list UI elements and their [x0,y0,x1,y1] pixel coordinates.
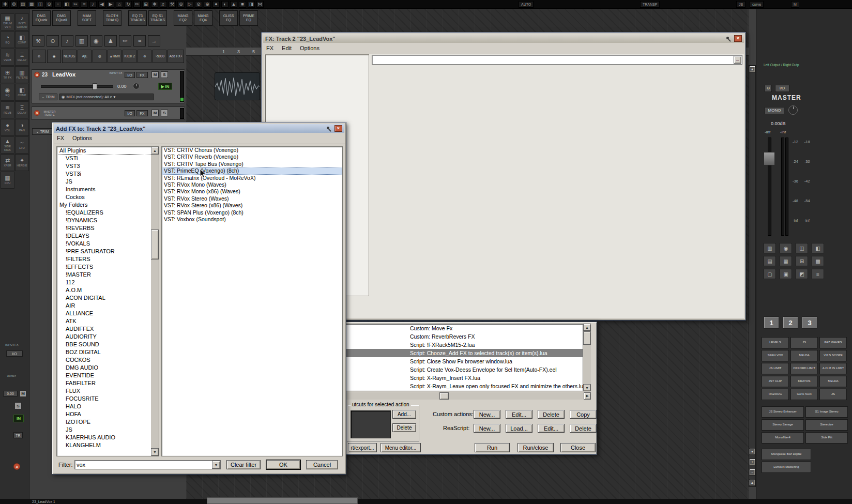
tree-item[interactable]: BBE SOUND [57,341,159,348]
menu-item[interactable]: Edit [282,45,292,51]
toolbar-icon[interactable]: ▤ [19,1,26,8]
actions-vscrollbar[interactable]: ▲ ▼ [583,324,591,391]
js-button[interactable]: JS [736,1,746,8]
fx-shortcut-button[interactable]: EQ S1 TRACKS [148,10,167,26]
dock-tile[interactable]: ▥ FILTERS [15,66,29,83]
tree-item[interactable]: 112 [57,279,159,286]
mixer-tool-icon[interactable]: ▩ [812,256,824,266]
scroll-up-icon[interactable]: ▲ [583,324,591,331]
import-export-button[interactable]: rt/export... [348,443,377,452]
menu-item[interactable]: FX [57,135,64,141]
toolbar-icon[interactable]: ⊜ [177,1,185,8]
dock-tile[interactable]: ⇄ XFER [1,154,14,171]
dock-tile[interactable]: ✦ HERBIE [15,154,29,171]
dock-tile[interactable]: Ξ DELAY [15,49,29,66]
dock-tile[interactable]: ▦ CPU [1,172,14,189]
close-icon[interactable]: × [334,125,342,132]
track-panel-leadvox[interactable]: a 23 LeadVox INPUT FX I/O FX M S 0.00 ▶I… [31,69,185,103]
tree-item[interactable]: AUDIFFEX [57,325,159,333]
instrument-shortcut-button[interactable]: ▲RMX [108,50,121,63]
fx-slot-button[interactable]: MELDA [819,376,847,387]
toolbar-icon[interactable]: ◫ [37,1,44,8]
input-fx-label[interactable]: INPUT FX [109,71,123,74]
toolbar-icon[interactable]: ⊙ [45,1,53,8]
tree-item[interactable]: HOFA [57,410,159,418]
fx-slot-button[interactable]: JS [819,389,847,400]
fx-shortcut-button[interactable]: GLISS EQ [219,10,238,26]
tree-item[interactable]: AIR [57,302,159,310]
custom-action-button[interactable]: Copy [570,410,597,419]
toolbar-icon[interactable]: ↻ [125,1,132,8]
toolbar-icon[interactable]: ⊞ [142,1,149,8]
fx-browse-button[interactable]: ... [734,56,741,64]
toolbar-icon[interactable]: ▦ [28,1,35,8]
dock-tile[interactable]: Ξ DELAY [15,101,29,118]
action-row[interactable]: Custom: ReverbRevers FX [334,332,583,341]
tree-item[interactable]: BOZ DIGITAL [57,348,159,356]
dock-tile[interactable]: ◧ COMP [15,84,29,101]
mixer-tool-icon[interactable]: ⊞ [796,256,808,266]
plugin-item[interactable]: VST: Voxbox (Soundspot) [162,216,342,223]
tree-item[interactable]: All Plugins [57,147,159,155]
fx-slot-button[interactable]: JS [790,337,818,348]
instrument-shortcut-button[interactable]: KICK 2 [123,50,136,63]
transport-button[interactable]: TRANSP [640,1,660,8]
mixer-tool-icon[interactable]: ◫ [796,243,808,253]
scroll-down-icon[interactable]: ▼ [749,448,755,455]
fx-shortcut-button[interactable]: DMG EQualI [52,10,71,26]
custom-action-button[interactable]: Delete [538,410,565,419]
dock-tile[interactable]: ∼ LFO [15,136,29,154]
instrument-shortcut-button[interactable]: ◉ [47,50,61,63]
toolbar-icon[interactable]: ◧ [63,1,70,8]
mixer-tool-icon[interactable]: ◩ [796,269,808,279]
tree-item[interactable]: Instruments [57,186,159,193]
zoom-out-icon[interactable]: − [749,469,755,476]
fx-slot-button[interactable]: JS Stereo Enhancer [762,406,804,418]
record-arm-badge[interactable]: a [13,463,20,470]
action-row[interactable]: Script: !FXRack5M15-2.lua [334,341,583,349]
toolbar-icon[interactable]: ❖ [151,1,158,8]
tree-item[interactable]: KLANGHELM [57,441,159,449]
plugin-item[interactable]: VST: CRTIV Tape Bus (Voxengo) [162,161,342,167]
instrument-shortcut-button[interactable]: ◍ [93,50,106,63]
track-tool-icon[interactable]: ≈ [133,35,146,47]
tree-item[interactable]: FOCUSRITE [57,395,159,403]
menu-item[interactable]: Options [300,45,320,51]
toolbar-icon[interactable]: ◐ [221,1,229,8]
fx-slot-button[interactable]: Side Filt [805,432,848,444]
mixer-tool-icon[interactable]: ◧ [812,243,824,253]
tree-item[interactable]: !FILTERS [57,255,159,263]
fx-slot-button[interactable]: JS LIMIT [762,363,789,374]
fx-slot-button[interactable]: S1 Image Stereo [805,406,848,418]
clear-filter-button[interactable]: Clear filter [226,460,261,469]
instrument-shortcut-button[interactable]: ◔5000 [153,50,166,63]
action-list[interactable]: Custom: Move FxCustom: ReverbRevers FXSc… [333,324,583,391]
run-close-button[interactable]: Run/close [518,443,554,452]
toolbar-icon[interactable]: ✚ [2,1,9,8]
instrument-shortcut-button[interactable]: ⊘ [32,50,46,63]
io-button[interactable]: I/O [775,85,789,92]
volume-readout[interactable]: 0.00 [117,84,127,89]
mixer-tool-icon[interactable]: ▣ [780,269,792,279]
pin-icon[interactable] [725,36,732,42]
monitor-in-button[interactable]: IN [13,415,24,422]
master-route-label[interactable]: MASTER ROUTE [42,110,57,117]
plugin-item[interactable]: VST: REmatrix (Overloud - MoReVoX) [162,175,342,181]
track-panel-master-send[interactable]: a MASTER ROUTE I/O FX M S [31,106,185,120]
action-row[interactable]: Script: X-Raym_Leave open only focused F… [334,382,583,390]
mute-button[interactable]: M [151,71,159,78]
track-tool-icon[interactable]: → [148,35,160,47]
tree-item[interactable]: VSTi [57,155,159,162]
plugin-list[interactable]: VST: CRTIV Chorus (Voxengo)VST: CRTIV Re… [161,146,343,456]
plugin-item[interactable]: VST: CRTIV Chorus (Voxengo) [162,147,342,154]
toolbar-icon[interactable]: ● [212,1,220,8]
plugin-item[interactable]: VST: RVox Mono (Waves) [162,181,342,188]
bank-number-button[interactable]: 1 [764,316,779,329]
master-fader-handle[interactable] [764,152,775,165]
fx-preset-field[interactable] [372,55,742,65]
arrange-vscrollbar[interactable]: ▲ ▼ ＋ − ▲ [749,65,756,487]
master-pan-knob[interactable] [788,105,798,115]
tree-item[interactable]: My Folders [57,201,159,209]
toolbar-icon[interactable]: ♬ [160,1,167,8]
dock-tile[interactable]: ◧ COMP [15,31,29,48]
